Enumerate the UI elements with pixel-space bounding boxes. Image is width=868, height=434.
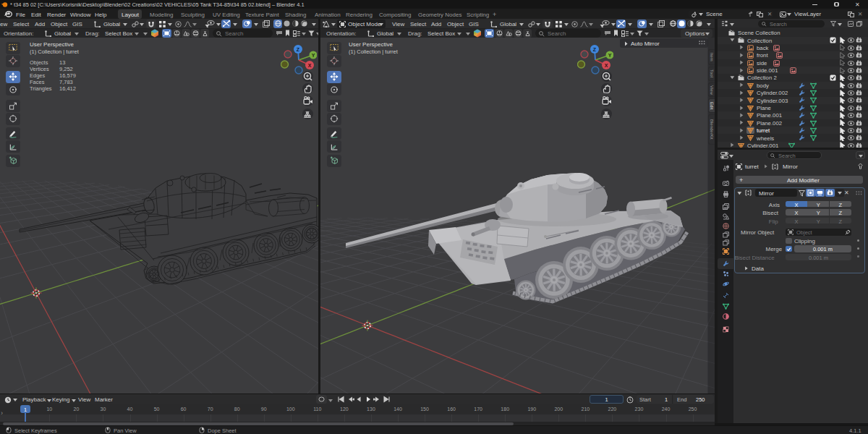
svg-text:Y: Y	[608, 53, 612, 58]
svg-text:X: X	[308, 63, 312, 68]
svg-text:X: X	[605, 63, 608, 68]
svg-text:Z: Z	[593, 47, 597, 52]
svg-text:Z: Z	[297, 47, 300, 52]
svg-text:Y: Y	[312, 53, 315, 58]
